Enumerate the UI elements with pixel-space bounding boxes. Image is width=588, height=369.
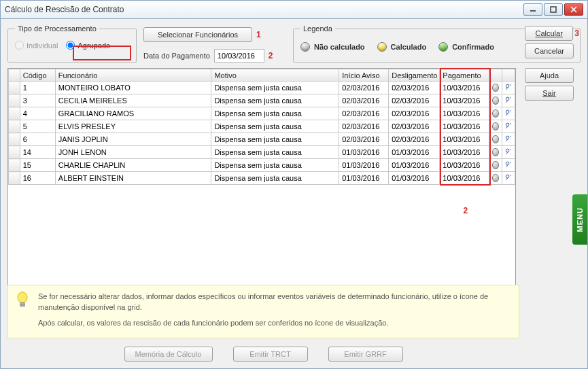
cell-funcionario[interactable]: ALBERT EINSTEIN xyxy=(55,172,211,185)
cell-funcionario[interactable]: CHARLIE CHAPLIN xyxy=(55,159,211,172)
minimize-button[interactable] xyxy=(523,3,542,16)
cell-desligamento[interactable]: 02/03/2016 xyxy=(389,133,440,146)
table-row[interactable]: 15CHARLIE CHAPLINDispensa sem justa caus… xyxy=(9,159,515,172)
cell-motivo[interactable]: Dispensa sem justa causa xyxy=(211,172,339,185)
col-funcionario[interactable]: Funcionário xyxy=(55,69,211,82)
wrench-icon[interactable] xyxy=(504,122,513,131)
cell-desligamento[interactable]: 01/03/2016 xyxy=(389,172,440,185)
table-row[interactable]: 5ELVIS PRESLEYDispensa sem justa causa02… xyxy=(9,120,515,133)
cell-funcionario[interactable]: MONTEIRO LOBATO xyxy=(55,82,211,94)
col-motivo[interactable]: Motivo xyxy=(211,69,339,82)
table-row[interactable]: 1MONTEIRO LOBATODispensa sem justa causa… xyxy=(9,82,515,94)
cell-tool[interactable] xyxy=(502,120,515,133)
cell-pagamento[interactable]: 10/03/2016 xyxy=(440,133,489,146)
cell-pagamento[interactable]: 10/03/2016 xyxy=(440,120,489,133)
cell-motivo[interactable]: Dispensa sem justa causa xyxy=(211,159,339,172)
cell-desligamento[interactable]: 01/03/2016 xyxy=(389,146,440,159)
wrench-icon[interactable] xyxy=(504,135,513,144)
menu-tab[interactable]: MENU xyxy=(572,194,587,245)
cell-inicio[interactable]: 02/03/2016 xyxy=(339,94,389,107)
col-inicio-aviso[interactable]: Início Aviso xyxy=(339,69,389,82)
grey-dot-icon xyxy=(492,122,499,130)
cell-funcionario[interactable]: JANIS JOPLIN xyxy=(55,133,211,146)
cell-pagamento[interactable]: 10/03/2016 xyxy=(440,82,489,94)
cancelar-button[interactable]: Cancelar xyxy=(525,43,574,58)
wrench-icon[interactable] xyxy=(504,109,513,118)
cell-codigo[interactable]: 3 xyxy=(20,94,55,107)
cell-codigo[interactable]: 6 xyxy=(20,133,55,146)
ajuda-button[interactable]: Ajuda xyxy=(525,68,574,83)
cell-tool[interactable] xyxy=(502,146,515,159)
memoria-calculo-button[interactable]: Memória de Cálculo xyxy=(124,347,213,362)
grid[interactable]: Código Funcionário Motivo Início Aviso D… xyxy=(7,68,516,294)
close-button[interactable] xyxy=(564,3,583,16)
legend-calculado: Calculado xyxy=(377,42,427,52)
cell-inicio[interactable]: 02/03/2016 xyxy=(339,107,389,120)
cell-funcionario[interactable]: JONH LENON xyxy=(55,146,211,159)
cell-codigo[interactable]: 5 xyxy=(20,120,55,133)
cell-codigo[interactable]: 1 xyxy=(20,82,55,94)
col-codigo[interactable]: Código xyxy=(20,69,55,82)
cell-inicio[interactable]: 02/03/2016 xyxy=(339,120,389,133)
cell-funcionario[interactable]: CECILIA MEIRELES xyxy=(55,94,211,107)
cell-tool[interactable] xyxy=(502,159,515,172)
grid-header-row: Código Funcionário Motivo Início Aviso D… xyxy=(9,69,515,82)
cell-tool[interactable] xyxy=(502,133,515,146)
wrench-icon[interactable] xyxy=(504,83,513,92)
cell-codigo[interactable]: 14 xyxy=(20,146,55,159)
cell-inicio[interactable]: 01/03/2016 xyxy=(339,146,389,159)
wrench-icon[interactable] xyxy=(504,96,513,105)
cell-motivo[interactable]: Dispensa sem justa causa xyxy=(211,133,339,146)
selecionar-funcionarios-button[interactable]: Selecionar Funcionários xyxy=(143,27,252,42)
cell-codigo[interactable]: 4 xyxy=(20,107,55,120)
cell-desligamento[interactable]: 02/03/2016 xyxy=(389,120,440,133)
cell-codigo[interactable]: 16 xyxy=(20,172,55,185)
table-row[interactable]: 3CECILIA MEIRELESDispensa sem justa caus… xyxy=(9,94,515,107)
cell-motivo[interactable]: Dispensa sem justa causa xyxy=(211,94,339,107)
cell-inicio[interactable]: 01/03/2016 xyxy=(339,172,389,185)
data-pagamento-input[interactable] xyxy=(214,49,264,63)
cell-desligamento[interactable]: 02/03/2016 xyxy=(389,82,440,94)
cell-funcionario[interactable]: GRACILIANO RAMOS xyxy=(55,107,211,120)
col-desligamento[interactable]: Desligamento xyxy=(389,69,440,82)
cell-pagamento[interactable]: 10/03/2016 xyxy=(440,107,489,120)
cell-tool[interactable] xyxy=(502,82,515,94)
cell-pagamento[interactable]: 10/03/2016 xyxy=(440,146,489,159)
cell-tool[interactable] xyxy=(502,172,515,185)
agrupado-radio[interactable] xyxy=(66,41,75,50)
cell-pagamento[interactable]: 10/03/2016 xyxy=(440,172,489,185)
cell-desligamento[interactable]: 02/03/2016 xyxy=(389,107,440,120)
cell-inicio[interactable]: 02/03/2016 xyxy=(339,133,389,146)
cell-motivo[interactable]: Dispensa sem justa causa xyxy=(211,107,339,120)
cell-inicio[interactable]: 02/03/2016 xyxy=(339,82,389,94)
cell-pagamento[interactable]: 10/03/2016 xyxy=(440,159,489,172)
cell-motivo[interactable]: Dispensa sem justa causa xyxy=(211,146,339,159)
emitir-trct-button[interactable]: Emitir TRCT xyxy=(233,347,308,362)
emitir-grrf-button[interactable]: Emitir GRRF xyxy=(328,347,403,362)
cell-desligamento[interactable]: 01/03/2016 xyxy=(389,159,440,172)
svg-line-9 xyxy=(510,149,511,150)
row-header xyxy=(9,159,20,172)
calcular-button[interactable]: Calcular xyxy=(525,26,573,41)
cell-inicio[interactable]: 01/03/2016 xyxy=(339,159,389,172)
maximize-button[interactable] xyxy=(544,3,563,16)
cell-motivo[interactable]: Dispensa sem justa causa xyxy=(211,82,339,94)
table-row[interactable]: 4GRACILIANO RAMOSDispensa sem justa caus… xyxy=(9,107,515,120)
wrench-icon[interactable] xyxy=(504,147,513,157)
col-pagamento[interactable]: Pagamento xyxy=(440,69,489,82)
cell-motivo[interactable]: Dispensa sem justa causa xyxy=(211,120,339,133)
wrench-icon[interactable] xyxy=(504,173,513,183)
cell-desligamento[interactable]: 02/03/2016 xyxy=(389,94,440,107)
legend-confirmado: Confirmado xyxy=(438,42,494,52)
table-row[interactable]: 14JONH LENONDispensa sem justa causa01/0… xyxy=(9,146,515,159)
cell-tool[interactable] xyxy=(502,94,515,107)
cell-codigo[interactable]: 15 xyxy=(20,159,55,172)
cell-pagamento[interactable]: 10/03/2016 xyxy=(440,94,489,107)
table-row[interactable]: 16ALBERT EINSTEINDispensa sem justa caus… xyxy=(9,172,515,185)
agrupado-label[interactable]: Agrupado xyxy=(77,41,110,50)
cell-tool[interactable] xyxy=(502,107,515,120)
cell-funcionario[interactable]: ELVIS PRESLEY xyxy=(55,120,211,133)
wrench-icon[interactable] xyxy=(504,160,513,170)
sair-button[interactable]: Sair xyxy=(525,86,574,101)
table-row[interactable]: 6JANIS JOPLINDispensa sem justa causa02/… xyxy=(9,133,515,146)
